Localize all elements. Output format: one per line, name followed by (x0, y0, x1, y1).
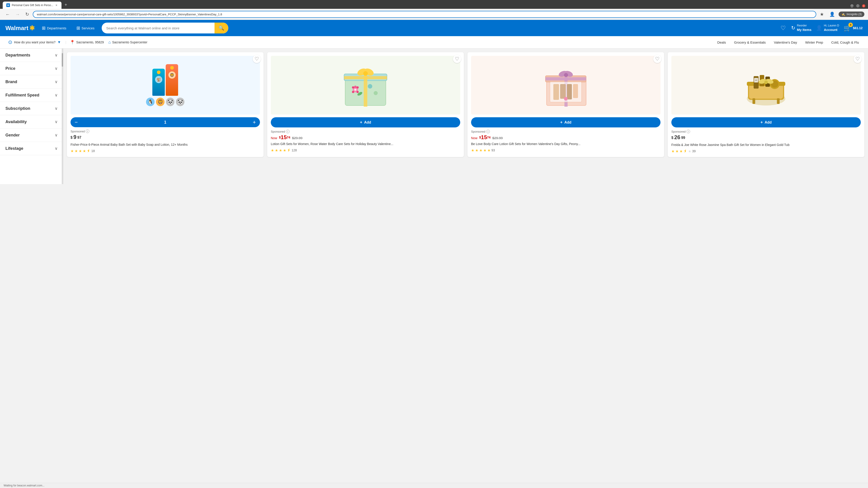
account-button[interactable]: 👤 Hi, Lauren D Account (816, 24, 839, 32)
price-symbol-4: $ (671, 136, 673, 140)
sponsored-info-icon-1[interactable]: i (86, 129, 89, 133)
filter-fulfillment[interactable]: Fulfillment Speed ∨ (0, 89, 63, 102)
scroll-bar[interactable] (62, 48, 63, 184)
qty-control-1: − 1 + (70, 117, 260, 127)
wishlist-button[interactable]: ♡ (780, 24, 786, 33)
filter-subscription[interactable]: Subscription ∨ (0, 102, 63, 115)
product-card-3: ♡ (467, 52, 664, 157)
nav-link-deals[interactable]: Deals (714, 39, 730, 46)
location-pin-icon: 📍 (70, 40, 75, 45)
minimize-button[interactable]: ― (850, 4, 854, 7)
filter-departments-chevron-icon: ∨ (55, 53, 58, 58)
address-bar[interactable]: walmart.com/browse/personal-care/persona… (33, 11, 816, 18)
nav-link-grocery[interactable]: Grocery & Essentials (731, 39, 770, 46)
star-3-3: ★ (479, 148, 483, 153)
product-title-3[interactable]: Be Love Body Care Lotion Gift Sets for W… (471, 142, 660, 147)
store-text: Sacramento Supercenter (112, 40, 147, 44)
filter-departments[interactable]: Departments ∨ (0, 48, 63, 62)
wishlist-button-4[interactable]: ♡ (854, 55, 862, 63)
svg-point-8 (354, 86, 357, 88)
review-count-3: 93 (491, 149, 495, 152)
filter-fulfillment-chevron-icon: ∨ (55, 93, 58, 98)
svg-point-15 (374, 91, 378, 95)
search-button[interactable]: 🔍 (215, 23, 228, 33)
delivery-chevron-icon: ▼ (57, 40, 61, 44)
price-2: $1574 (279, 134, 290, 140)
cart-button[interactable]: 🛒 9 $61.12 (844, 24, 863, 32)
product-image-3 (471, 56, 660, 115)
tab-close-button[interactable]: × (55, 3, 58, 7)
price-area-2: Now $1574 $29.99 (271, 134, 460, 140)
services-button[interactable]: ⊞ Services (74, 24, 97, 33)
sponsored-text-2: Sponsored (271, 130, 285, 133)
reorder-icon: ↻ (791, 25, 795, 31)
review-count-2: 128 (291, 149, 297, 152)
refresh-button[interactable]: ↻ (24, 11, 31, 18)
browser-chrome: W Personal Care Gift Sets in Perso... × … (0, 0, 868, 20)
sponsored-text-4: Sponsored (671, 130, 686, 133)
product-image-4: WR (671, 56, 861, 115)
scroll-thumb[interactable] (62, 53, 63, 67)
star-1-5: ⯨ (87, 149, 90, 153)
nav-link-winter[interactable]: Winter Prep (802, 39, 827, 46)
star-1-3: ★ (79, 149, 82, 153)
qty-minus-button-1[interactable]: − (70, 117, 82, 127)
filter-availability-chevron-icon: ∨ (55, 119, 58, 124)
product-card-2: ♡ (267, 52, 464, 157)
departments-button[interactable]: ⊞ Departments (39, 24, 69, 33)
browser-toolbar: ← → ↻ walmart.com/browse/personal-care/p… (0, 9, 868, 20)
filter-brand-chevron-icon: ∨ (55, 79, 58, 84)
location-selector[interactable]: 📍 Sacramento, 95829 (68, 38, 105, 46)
sidebar-scroll-container[interactable]: Departments ∨ Price ∨ Brand ∨ Fulfillmen… (0, 48, 63, 184)
back-button[interactable]: ← (4, 11, 12, 18)
close-window-button[interactable]: × (862, 4, 865, 7)
walmart-logo[interactable]: Walmart ✱ (5, 24, 35, 32)
product-title-1[interactable]: Fisher-Price 6-Piece Animal Baby Bath Se… (70, 142, 260, 147)
svg-point-14 (368, 84, 372, 89)
svg-rect-34 (752, 98, 755, 104)
add-button-2[interactable]: + Add (271, 117, 460, 127)
filter-availability[interactable]: Availability ∨ (0, 115, 63, 129)
account-line2: Account (824, 28, 839, 32)
sponsored-info-icon-4[interactable]: i (686, 130, 690, 133)
add-button-4[interactable]: + Add (671, 117, 861, 127)
product-title-4[interactable]: Freida & Joe White Rose Jasmine Spa Bath… (671, 143, 861, 147)
svg-rect-3 (344, 76, 387, 79)
sponsored-info-icon-2[interactable]: i (286, 130, 289, 133)
search-input[interactable] (102, 24, 215, 33)
price-area-1: $ 9 97 (70, 134, 260, 141)
profile-button[interactable]: 👤 (828, 11, 837, 18)
delivery-label: How do you want your items? (14, 40, 56, 44)
bookmark-button[interactable]: ★ (818, 11, 826, 18)
delivery-selector[interactable]: ⊙ How do you want your items? ▼ (5, 38, 64, 46)
departments-grid-icon: ⊞ (42, 25, 46, 31)
filter-gender[interactable]: Gender ∨ (0, 129, 63, 142)
nav-link-cold[interactable]: Cold, Cough & Flu (828, 39, 863, 46)
wishlist-button-1[interactable]: ♡ (253, 55, 261, 63)
add-button-3[interactable]: + Add (471, 117, 660, 127)
new-tab-button[interactable]: + (62, 1, 70, 8)
nav-link-valentines[interactable]: Valentine's Day (770, 39, 801, 46)
filter-lifestage[interactable]: Lifestage ∨ (0, 142, 63, 155)
svg-point-45 (764, 80, 768, 84)
add-icon-4: + (761, 120, 763, 125)
forward-button[interactable]: → (13, 11, 22, 18)
wishlist-button-2[interactable]: ♡ (453, 55, 461, 63)
filter-price[interactable]: Price ∨ (0, 62, 63, 75)
filter-brand[interactable]: Brand ∨ (0, 75, 63, 89)
store-selector[interactable]: ⌂ Sacramento Supercenter (106, 39, 149, 46)
product-card-1: ♡ 🐒 🦁 (67, 52, 264, 157)
filter-lifestage-chevron-icon: ∨ (55, 146, 58, 151)
sponsored-info-icon-3[interactable]: i (486, 130, 490, 133)
star-rating-1: ★ ★ ★ ★ ⯨ 18 (70, 149, 260, 153)
qty-plus-button-1[interactable]: + (249, 117, 260, 127)
active-tab[interactable]: W Personal Care Gift Sets in Perso... × (3, 2, 61, 9)
wishlist-button-3[interactable]: ♡ (653, 55, 661, 63)
account-line1: Hi, Lauren D (824, 24, 839, 28)
filter-price-chevron-icon: ∨ (55, 66, 58, 71)
divider-1: | (65, 40, 66, 44)
product-title-2[interactable]: Lotion Gift Sets for Women, Rose Water B… (271, 142, 460, 147)
maximize-button[interactable]: □ (856, 4, 860, 7)
reorder-button[interactable]: ↻ Reorder My Items (791, 24, 811, 32)
product-image-2 (271, 56, 460, 115)
